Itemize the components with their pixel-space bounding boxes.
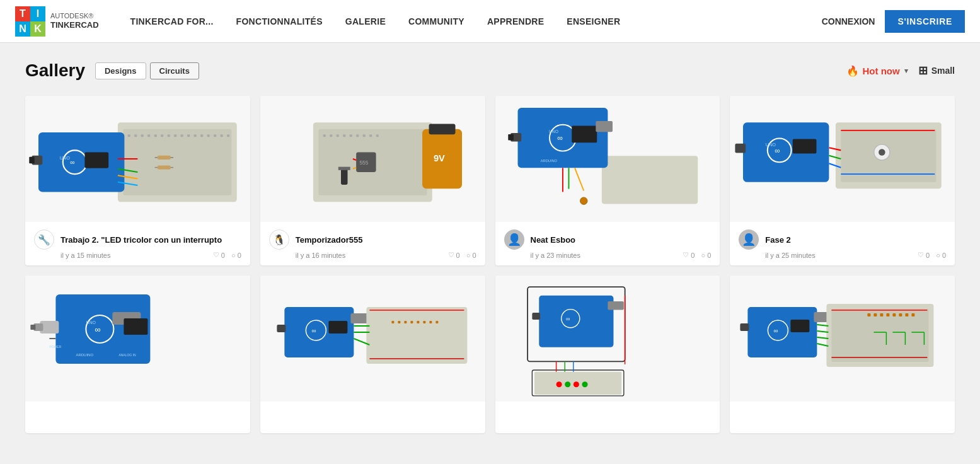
svg-rect-6 — [154, 134, 157, 137]
svg-text:UNO: UNO — [766, 142, 776, 148]
connexion-button[interactable]: CONNEXION — [822, 16, 875, 26]
card-6-info — [260, 402, 485, 433]
flame-icon: 🔥 — [846, 65, 859, 77]
svg-text:ARDUINO: ARDUINO — [76, 353, 93, 357]
svg-rect-148 — [887, 313, 890, 316]
svg-rect-13 — [200, 134, 203, 137]
svg-rect-118 — [539, 296, 613, 347]
logo-k: K — [30, 21, 45, 37]
svg-point-128 — [573, 381, 579, 387]
card-4-name: Fase 2 — [765, 235, 790, 245]
svg-text:9V: 9V — [434, 153, 445, 163]
svg-rect-76 — [735, 144, 746, 153]
navbar: T I N K AUTODESK® TINKERCAD TINKERCAD FO… — [0, 0, 980, 43]
svg-rect-43 — [362, 134, 365, 137]
inscrire-button[interactable]: S'INSCRIRE — [885, 10, 965, 33]
card-3-likes[interactable]: ♡ 0 — [683, 251, 695, 259]
svg-rect-42 — [356, 134, 359, 137]
card-2-comments[interactable]: ○ 0 — [466, 251, 476, 259]
svg-rect-151 — [906, 313, 909, 316]
svg-point-127 — [565, 381, 570, 387]
logo-grid: T I N K — [15, 6, 45, 37]
svg-rect-64 — [508, 134, 514, 141]
svg-rect-38 — [330, 134, 332, 137]
card-7-info — [495, 402, 720, 433]
svg-rect-41 — [349, 134, 352, 137]
gallery-header: Gallery Designs Circuits 🔥 Hot now ▾ ⊞ S… — [25, 61, 955, 81]
card-4-avatar: 👤 — [739, 229, 759, 250]
card-2-likes[interactable]: ♡ 0 — [448, 251, 460, 259]
grid-icon: ⊞ — [918, 64, 928, 78]
svg-rect-111 — [417, 321, 419, 323]
card-2-name: Temporizador555 — [296, 235, 363, 245]
svg-rect-112 — [423, 321, 425, 323]
svg-rect-51 — [341, 169, 347, 185]
card-3-avatar-icon: 👤 — [507, 233, 521, 246]
svg-point-78 — [879, 149, 885, 155]
svg-text:ARDUINO: ARDUINO — [540, 159, 557, 163]
view-toggle[interactable]: ⊞ Small — [918, 64, 955, 78]
card-7[interactable]: ∞ — [495, 276, 720, 433]
filter-designs[interactable]: Designs — [95, 62, 146, 79]
nav-enseigner[interactable]: ENSEIGNER — [555, 0, 631, 43]
card-1-name: Trabajo 2. "LED tricolor con un interrup… — [61, 235, 222, 245]
svg-rect-32 — [158, 165, 171, 169]
card-4-meta: il y a 25 minutes ♡ 0 ○ 0 — [739, 251, 946, 259]
card-1-avatar-icon: 🔧 — [38, 234, 50, 246]
svg-rect-5 — [147, 134, 150, 137]
card-3[interactable]: ∞ UNO ARDUINO — [495, 96, 720, 265]
svg-line-67 — [574, 168, 583, 190]
card-8[interactable]: ∞ — [730, 276, 955, 433]
card-4-likes[interactable]: ♡ 0 — [918, 251, 930, 259]
svg-rect-17 — [227, 134, 229, 137]
svg-rect-108 — [398, 321, 400, 323]
svg-rect-110 — [410, 321, 413, 323]
card-2-info: 🐧 Temporizador555 il y a 16 minutes ♡ 0 … — [260, 222, 485, 265]
svg-rect-52 — [338, 167, 350, 170]
nav-galerie[interactable]: GALERIE — [334, 0, 397, 43]
svg-rect-8 — [168, 134, 170, 137]
nav-fonctionnalites[interactable]: FONCTIONNALITÉS — [225, 0, 334, 43]
svg-rect-152 — [912, 313, 915, 316]
logo-n: N — [15, 21, 30, 37]
svg-text:UNO: UNO — [86, 320, 96, 325]
svg-rect-114 — [435, 321, 438, 323]
card-3-avatar: 👤 — [504, 229, 524, 250]
card-3-image: ∞ UNO ARDUINO — [495, 96, 720, 222]
svg-rect-136 — [791, 320, 810, 332]
card-1-likes[interactable]: ♡ 0 — [213, 251, 225, 259]
filter-circuits[interactable]: Circuits — [150, 62, 199, 79]
svg-rect-15 — [214, 134, 216, 137]
svg-text:UNO: UNO — [549, 129, 558, 134]
svg-text:∞: ∞ — [557, 134, 563, 142]
card-4-counts: ♡ 0 ○ 0 — [918, 251, 946, 259]
svg-text:∞: ∞ — [566, 316, 570, 322]
svg-rect-3 — [134, 134, 137, 137]
svg-rect-29 — [158, 156, 171, 160]
nav-community[interactable]: COMMUNITY — [397, 0, 476, 43]
nav-tinkercad-for[interactable]: TINKERCAD FOR... — [119, 0, 225, 43]
sort-dropdown[interactable]: 🔥 Hot now ▾ — [846, 65, 908, 77]
svg-text:ANALOG IN: ANALOG IN — [118, 353, 136, 357]
card-4[interactable]: ∞ UNO — [730, 96, 955, 265]
nav-apprendre[interactable]: APPRENDRE — [476, 0, 555, 43]
logo-t: T — [15, 6, 30, 21]
logo[interactable]: T I N K AUTODESK® TINKERCAD — [15, 6, 99, 37]
card-2-author-row: 🐧 Temporizador555 — [269, 229, 476, 250]
card-2[interactable]: 555 9V 🐧 Tempo — [260, 96, 485, 265]
card-3-comments[interactable]: ○ 0 — [701, 251, 711, 259]
card-6[interactable]: ∞ — [260, 276, 485, 433]
card-4-comments[interactable]: ○ 0 — [936, 251, 946, 259]
card-1-comments[interactable]: ○ 0 — [231, 251, 241, 259]
svg-point-126 — [556, 381, 562, 387]
logo-i: I — [30, 6, 45, 21]
svg-rect-45 — [376, 134, 378, 137]
card-5-image: ∞ UNO ARDUINO POWER ANALOG IN — [25, 276, 250, 402]
svg-rect-130 — [608, 301, 623, 310]
card-5[interactable]: ∞ UNO ARDUINO POWER ANALOG IN — [25, 276, 250, 433]
svg-rect-7 — [161, 134, 163, 137]
card-5-info — [25, 402, 250, 433]
card-1-time: il y a 15 minutes — [61, 252, 110, 259]
card-7-image: ∞ — [495, 276, 720, 402]
card-1[interactable]: ∞ UNO — [25, 96, 250, 265]
